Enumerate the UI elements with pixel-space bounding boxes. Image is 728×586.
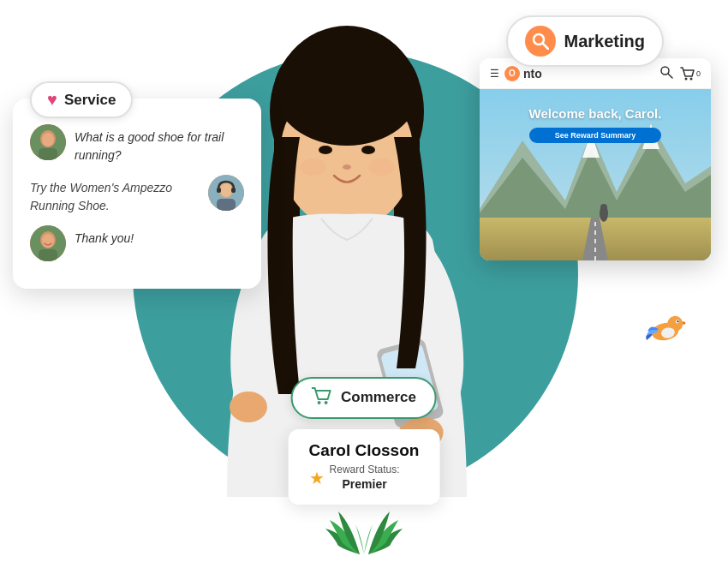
commerce-badge-label: Commerce xyxy=(341,389,416,406)
chat-row-2: Try the Women's Ampezzo Running Shoe. xyxy=(30,175,244,215)
marketing-search-icon xyxy=(525,26,556,57)
star-icon: ★ xyxy=(309,468,325,488)
nto-body: Welcome back, Carol. See Reward Summary xyxy=(480,89,711,260)
svg-point-46 xyxy=(318,401,321,404)
chat-row-3: Thank you! xyxy=(30,225,244,261)
nto-welcome-text: Welcome back, Carol. xyxy=(529,106,662,121)
customer-info-card: Carol Closson ★ Reward Status: Premier xyxy=(289,429,440,505)
service-badge: ♥ Service xyxy=(30,81,133,118)
svg-point-10 xyxy=(300,158,325,176)
svg-line-31 xyxy=(543,44,548,49)
svg-point-9 xyxy=(343,164,351,170)
heart-icon: ♥ xyxy=(47,90,57,110)
bird-decoration xyxy=(641,309,690,357)
cart-icon[interactable]: 0 xyxy=(680,65,701,81)
svg-point-7 xyxy=(319,146,332,154)
nto-logo: O nto xyxy=(504,66,542,81)
svg-point-11 xyxy=(368,158,394,176)
hamburger-icon[interactable]: ☰ xyxy=(490,68,499,80)
chat-text-1: What is a good shoe for trail running? xyxy=(75,124,244,164)
reward-text: Reward Status: Premier xyxy=(330,463,400,493)
nto-cta-button[interactable]: See Reward Summary xyxy=(529,128,662,143)
search-icon[interactable] xyxy=(659,65,673,81)
svg-point-34 xyxy=(684,77,687,80)
svg-rect-19 xyxy=(39,148,57,160)
agent-avatar xyxy=(208,175,244,211)
nto-logo-text: nto xyxy=(523,67,542,81)
plant-decoration xyxy=(313,507,415,562)
commerce-cart-icon xyxy=(312,386,332,410)
marketing-label: Marketing xyxy=(564,32,645,51)
svg-rect-24 xyxy=(217,188,221,193)
svg-line-33 xyxy=(668,74,672,78)
chat-messages: What is a good shoe for trail running? xyxy=(30,124,244,261)
chat-text-3: Thank you! xyxy=(75,225,134,248)
customer-name: Carol Closson xyxy=(309,441,420,460)
svg-rect-23 xyxy=(217,199,236,211)
svg-rect-29 xyxy=(39,249,57,261)
customer-avatar-1 xyxy=(30,124,66,160)
svg-point-47 xyxy=(325,401,328,404)
svg-point-22 xyxy=(220,183,232,197)
svg-marker-52 xyxy=(683,320,688,325)
svg-point-18 xyxy=(42,133,54,146)
svg-point-8 xyxy=(361,146,375,154)
commerce-card: Commerce Carol Closson ★ Reward Status: … xyxy=(289,377,440,505)
reward-row: ★ Reward Status: Premier xyxy=(309,463,420,493)
svg-point-35 xyxy=(689,77,692,80)
svg-point-45 xyxy=(600,204,607,211)
commerce-badge: Commerce xyxy=(291,377,437,419)
svg-point-6 xyxy=(278,64,355,133)
service-badge-label: Service xyxy=(64,92,116,109)
customer-avatar-2 xyxy=(30,225,66,261)
marketing-card: Marketing xyxy=(506,15,664,67)
nto-window: ☰ O nto 0 xyxy=(480,58,711,260)
chat-row-1: What is a good shoe for trail running? xyxy=(30,124,244,164)
service-card: ♥ Service What is a good shoe for trail … xyxy=(13,99,261,289)
svg-point-14 xyxy=(230,392,267,422)
svg-rect-25 xyxy=(231,188,236,193)
nto-nav-icons: 0 xyxy=(659,65,701,81)
chat-text-2: Try the Women's Ampezzo Running Shoe. xyxy=(30,175,200,215)
nto-logo-circle: O xyxy=(504,66,520,81)
